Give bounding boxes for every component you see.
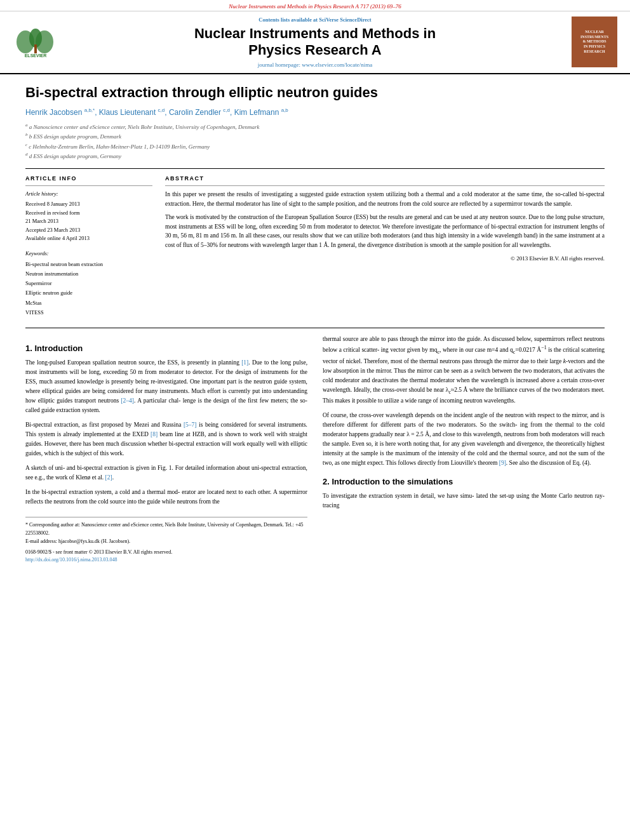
body-para3: A sketch of uni- and bi-spectral extract… [25,463,307,483]
article-info-col: ARTICLE INFO Article history: Received 8… [25,175,152,317]
keywords-list: Bi-spectral neutron beam extraction Neut… [25,260,152,318]
keyword-6: VITESS [25,309,44,316]
journal-thumb-area: NUCLEARINSTRUMENTS& METHODSIN PHYSICSRES… [569,17,620,67]
sciverse-line: Contents lists available at SciVerse Sci… [66,17,564,23]
ref1[interactable]: [1] [241,359,248,366]
homepage-url[interactable]: www.elsevier.com/locate/nima [302,62,372,68]
history-label: Article history: [25,190,152,199]
authors-line: Henrik Jacobsen a,b,*, Klaus Lieutenant … [25,107,605,117]
sciverse-link[interactable]: SciVerse ScienceDirect [319,17,371,23]
body-para4: In the bi-spectral extraction system, a … [25,488,307,507]
available-date: Available online 4 April 2013 [25,235,90,241]
info-abstract-section: ARTICLE INFO Article history: Received 8… [25,175,605,317]
abstract-label: ABSTRACT [165,175,605,182]
ref2-4[interactable]: [2–4] [121,397,134,404]
section2-title: 2. Introduction to the simulations [323,477,605,486]
journal-thumbnail: NUCLEARINSTRUMENTS& METHODSIN PHYSICSRES… [572,17,617,67]
article-history: Article history: Received 8 January 2013… [25,190,152,243]
revised-date: 21 March 2013 [25,218,58,224]
body-content: 1. Introduction The long-pulsed European… [25,335,605,564]
journal-title-area: Contents lists available at SciVerse Sci… [66,17,564,68]
section1-title: 1. Introduction [25,343,307,353]
keyword-5: McStas [25,300,42,306]
elsevier-logo-area: ELSEVIER [10,25,61,58]
copyright-line: © 2013 Elsevier B.V. All rights reserved… [165,255,605,262]
ref8[interactable]: [8] [151,431,158,437]
contents-text: Contents lists available at [258,17,318,23]
keyword-1: Bi-spectral neutron beam extraction [25,261,103,267]
journal-title: Nuclear Instruments and Methods in Physi… [66,25,564,59]
body-para-r3: To investigate the extraction system in … [323,491,605,510]
footnote-issn: 0168-9002/$ - see front matter © 2013 El… [25,549,307,557]
accepted-date: Accepted 23 March 2013 [25,227,80,233]
abstract-para2: The work is motivated by the constructio… [165,213,605,250]
ref2[interactable]: [2] [105,474,112,481]
svg-text:ELSEVIER: ELSEVIER [25,53,47,58]
where-text: where [443,347,457,353]
footnote-doi[interactable]: http://dx.doi.org/10.1016/j.nima.2013.03… [25,556,307,564]
abstract-col: ABSTRACT In this paper we present the re… [165,175,605,317]
received-revised-label: Received in revised form [25,210,80,216]
svg-point-3 [36,30,53,53]
journal-citation-link[interactable]: Nuclear Instruments and Methods in Physi… [229,3,401,10]
abstract-text: In this paper we present the results of … [165,190,605,250]
keyword-4: Elliptic neutron guide [25,290,72,296]
body-col-right: thermal source are able to pass through … [323,335,605,564]
paper-title: Bi-spectral extraction through elliptic … [25,84,605,101]
body-divider [25,328,605,328]
journal-header: ELSEVIER Contents lists available at Sci… [0,11,630,74]
keywords-block: Keywords: Bi-spectral neutron beam extra… [25,250,152,317]
article-info-label: ARTICLE INFO [25,175,152,182]
main-content: Bi-spectral extraction through elliptic … [0,74,630,575]
footnote-area: * Corresponding author at: Nanoscience c… [25,517,307,564]
keyword-3: Supermirror [25,280,52,286]
body-two-col: 1. Introduction The long-pulsed European… [25,335,605,564]
footnote-star: * Corresponding author at: Nanoscience c… [25,521,307,538]
top-bar: Nuclear Instruments and Methods in Physi… [0,0,630,11]
svg-rect-4 [34,44,37,53]
elsevier-logo: ELSEVIER [13,25,58,58]
thumb-text: NUCLEARINSTRUMENTS& METHODSIN PHYSICSRES… [580,30,608,55]
footnote-email: E-mail address: hjacobse@fys.ku.dk (H. J… [25,538,307,546]
ref5-7[interactable]: [5–7] [184,422,197,428]
body-para2: Bi-spectral extraction, as first propose… [25,420,307,458]
header-divider [25,168,605,169]
article-info-divider [25,185,152,186]
affiliations: a a Nanoscience center and eScience cent… [25,122,605,161]
body-para-r1: thermal source are able to pass through … [323,335,605,406]
body-para-r2: Of course, the cross-over wavelength dep… [323,411,605,468]
keyword-2: Neutron instrumentation [25,270,78,277]
ref9[interactable]: [9] [499,460,506,466]
journal-homepage: journal homepage: www.elsevier.com/locat… [66,62,564,68]
keywords-label: Keywords: [25,250,152,258]
body-col-left: 1. Introduction The long-pulsed European… [25,335,307,564]
received-date: Received 8 January 2013 [25,201,80,207]
abstract-divider [165,185,605,186]
abstract-para1: In this paper we present the results of … [165,190,605,208]
body-para1: The long-pulsed European spallation neut… [25,358,307,415]
